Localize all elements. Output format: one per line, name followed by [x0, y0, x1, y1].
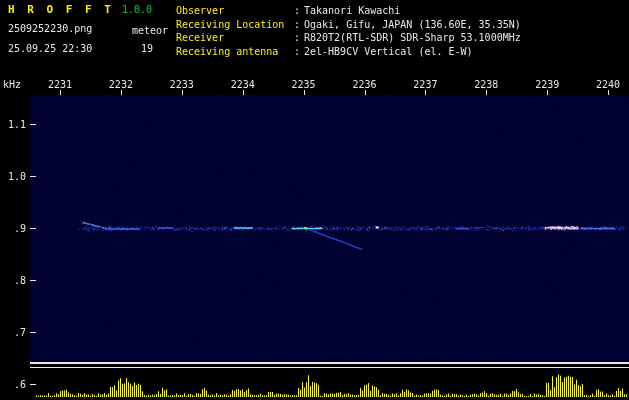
info-value: 2el-HB9CV Vertical (el. E-W)	[304, 45, 473, 59]
info-label: Receiving antenna	[176, 45, 294, 59]
info-row-location: Receiving Location : Ogaki, Gifu, JAPAN …	[176, 18, 521, 32]
info-value: Ogaki, Gifu, JAPAN (136.60E, 35.35N)	[304, 18, 521, 32]
info-label: Receiver	[176, 31, 294, 45]
timestamp: 25.09.25 22:30	[8, 43, 92, 54]
header: H R O F F T 1.0.0 2509252230.png meteor …	[0, 0, 629, 76]
info-separator: :	[294, 45, 304, 59]
app-version: 1.0.0	[122, 4, 152, 15]
info-row-receiver: Receiver : R820T2(RTL-SDR) SDR-Sharp 53.…	[176, 31, 521, 45]
mode-label: meteor	[132, 25, 168, 36]
info-value: R820T2(RTL-SDR) SDR-Sharp 53.1000MHz	[304, 31, 521, 45]
meteor-count: 19	[141, 43, 153, 54]
output-filename: 2509252230.png	[8, 23, 92, 34]
info-label: Observer	[176, 4, 294, 18]
info-separator: :	[294, 4, 304, 18]
station-info: Observer : Takanori Kawachi Receiving Lo…	[176, 4, 521, 58]
app-title: H R O F F T	[8, 3, 114, 16]
info-row-antenna: Receiving antenna : 2el-HB9CV Vertical (…	[176, 45, 521, 59]
info-separator: :	[294, 31, 304, 45]
info-value: Takanori Kawachi	[304, 4, 400, 18]
info-separator: :	[294, 18, 304, 32]
info-label: Receiving Location	[176, 18, 294, 32]
info-row-observer: Observer : Takanori Kawachi	[176, 4, 521, 18]
hrofft-output: H R O F F T 1.0.0 2509252230.png meteor …	[0, 0, 629, 400]
